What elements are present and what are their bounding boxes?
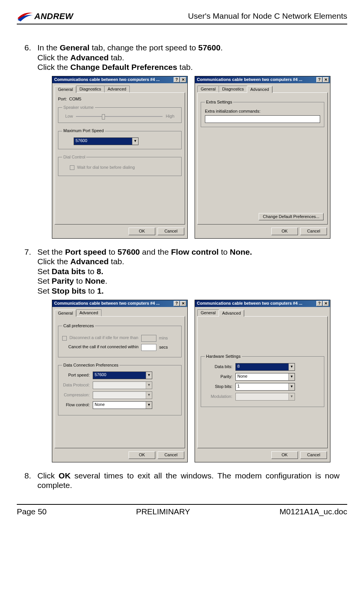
help-button[interactable]: ?	[174, 77, 180, 82]
ok-button[interactable]: OK	[129, 228, 155, 235]
close-button[interactable]: ✕	[323, 301, 329, 306]
text: In the	[37, 43, 60, 52]
text: Set	[37, 276, 52, 285]
change-default-preferences-button[interactable]: Change Default Preferences...	[259, 213, 324, 220]
dialog-titlebar: Communications cable between two compute…	[52, 76, 187, 83]
group-legend: Dial Control	[62, 155, 86, 160]
data-bits-select[interactable]: 8 ▼	[235, 363, 295, 371]
text-bold: Flow control	[171, 247, 219, 256]
tab-general[interactable]: General	[55, 86, 76, 93]
call-preferences-group: Call preferences Disconnect a call if id…	[58, 323, 182, 357]
dialog-title: Communications cable between two compute…	[54, 77, 159, 82]
text: and the	[140, 247, 171, 256]
port-speed-select[interactable]: 57600 ▼	[93, 372, 152, 379]
select-value: None	[93, 402, 146, 409]
extra-init-label: Extra initialization commands:	[205, 109, 320, 114]
text-bold: None	[85, 276, 105, 285]
text-bold: None.	[230, 247, 252, 256]
help-button[interactable]: ?	[316, 301, 322, 306]
select-value	[93, 382, 146, 389]
dial-tone-checkbox[interactable]	[70, 165, 74, 170]
footer-doc: M0121A1A_uc.doc	[280, 507, 347, 516]
text: Set	[37, 267, 52, 276]
chevron-down-icon: ▼	[146, 372, 152, 379]
select-value: 8	[236, 364, 288, 370]
text: Click	[37, 471, 59, 480]
extra-init-input[interactable]	[205, 115, 320, 123]
cancel-button[interactable]: Cancel	[158, 228, 184, 235]
tab-advanced[interactable]: Advanced	[104, 86, 130, 92]
tab-advanced[interactable]: Advanced	[219, 310, 244, 317]
step-6: 6. In the General tab, change the port s…	[24, 43, 340, 72]
text: several times to exit all the windows. T…	[37, 471, 340, 490]
text-bold: OK	[59, 471, 71, 480]
logo: ANDREW	[17, 11, 73, 22]
text: to	[74, 276, 85, 285]
dialog-advanced: Communications cable between two compute…	[195, 76, 330, 239]
text-bold: Advanced	[70, 257, 108, 266]
cancel-button[interactable]: Cancel	[300, 451, 327, 459]
help-button[interactable]: ?	[316, 77, 322, 82]
step-number: 7.	[24, 247, 37, 296]
close-button[interactable]: ✕	[180, 77, 186, 82]
volume-slider[interactable]	[76, 116, 163, 117]
label-low: Low	[65, 114, 73, 119]
unit-label: mins	[159, 335, 168, 340]
data-protocol-select[interactable]: ▼	[93, 381, 152, 389]
disconnect-idle-checkbox[interactable]	[62, 336, 67, 341]
text: Click the	[37, 257, 70, 266]
tab-advanced[interactable]: Advanced	[247, 86, 272, 93]
tab-general[interactable]: General	[55, 310, 76, 317]
tab-general[interactable]: General	[197, 86, 219, 92]
group-legend: Call preferences	[62, 323, 95, 328]
cancel-seconds-input[interactable]	[141, 344, 156, 351]
flow-control-select[interactable]: None ▼	[93, 401, 152, 409]
stop-bits-select[interactable]: 1 ▼	[235, 383, 295, 391]
tab-diagnostics[interactable]: Diagnostics	[76, 86, 105, 92]
port-label: Port:	[58, 97, 67, 102]
chevron-down-icon: ▼	[288, 373, 295, 380]
ok-button[interactable]: OK	[129, 451, 155, 459]
tab-general[interactable]: General	[197, 309, 219, 316]
hardware-settings-group: Hardware Settings Data bits: 8 ▼ Parity:	[201, 354, 324, 407]
close-button[interactable]: ✕	[323, 77, 329, 82]
close-button[interactable]: ✕	[180, 301, 186, 306]
idle-minutes-input[interactable]	[141, 335, 156, 342]
help-button[interactable]: ?	[174, 301, 180, 306]
max-port-speed-group: Maximum Port Speed 57600 ▼	[58, 128, 182, 149]
tab-diagnostics[interactable]: Diagnostics	[219, 86, 247, 92]
compression-select[interactable]: ▼	[93, 391, 152, 399]
text: to	[86, 286, 97, 295]
dialog-general: Communications cable between two compute…	[52, 76, 188, 239]
parity-select[interactable]: None ▼	[235, 373, 295, 381]
ok-button[interactable]: OK	[271, 228, 298, 235]
select-value: None	[236, 373, 288, 380]
port-value: COM5	[69, 97, 81, 102]
tab-advanced[interactable]: Advanced	[76, 309, 101, 316]
max-port-speed-select[interactable]: 57600 ▼	[74, 137, 139, 145]
text-bold: Stop bits	[52, 286, 86, 295]
select-value: 57600	[74, 138, 132, 145]
select-value	[93, 392, 146, 399]
data-protocol-label: Data Protocol:	[62, 383, 93, 388]
modulation-select[interactable]: ▼	[235, 393, 295, 401]
chevron-down-icon: ▼	[146, 392, 152, 399]
logo-text: ANDREW	[34, 11, 73, 21]
group-legend: Data Connection Preferences	[62, 363, 119, 368]
checkbox-label: Wait for dial tone before dialing	[77, 165, 135, 170]
text: to	[219, 247, 230, 256]
cancel-button[interactable]: Cancel	[300, 228, 327, 235]
data-bits-label: Data bits:	[205, 364, 235, 369]
text-bold: Data bits	[52, 267, 85, 276]
text-bold: Advanced	[70, 53, 108, 62]
dialog-prefs-general: Communications cable between two compute…	[52, 300, 188, 462]
dialog-prefs-advanced: Communications cable between two compute…	[195, 300, 330, 462]
footer-page: Page 50	[17, 507, 47, 516]
select-value: 57600	[93, 372, 146, 379]
dialog-title: Communications cable between two compute…	[197, 301, 302, 306]
select-value: 1	[236, 383, 288, 390]
step-8: 8. Click OK several times to exit all th…	[24, 471, 340, 490]
ok-button[interactable]: OK	[271, 451, 298, 459]
dialog-title: Communications cable between two compute…	[197, 77, 302, 82]
cancel-button[interactable]: Cancel	[158, 451, 184, 459]
